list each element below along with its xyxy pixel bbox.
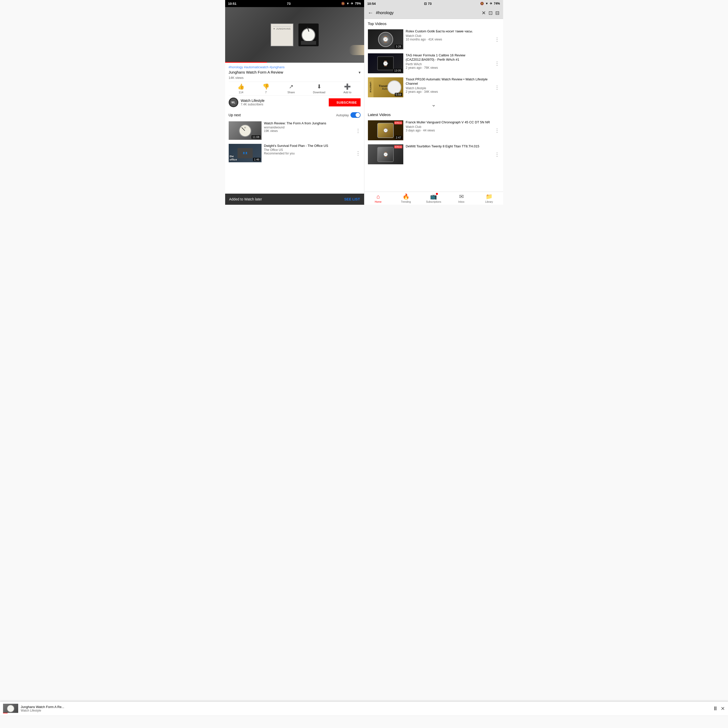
- library-label: Library: [485, 201, 493, 203]
- autoplay-toggle[interactable]: Autoplay: [336, 112, 361, 118]
- video-views-1: 19K views: [264, 129, 353, 133]
- back-button[interactable]: ←: [368, 9, 373, 16]
- chevron-down-icon[interactable]: ▾: [356, 70, 361, 75]
- list-item[interactable]: ⌚ 678.ru DeWitt Tourbillon Twenty 8 Eigh…: [364, 142, 503, 166]
- left-signal: 73: [287, 2, 291, 6]
- latest-videos-label: Latest Videos: [364, 110, 503, 118]
- more-icon-1[interactable]: ⋮: [356, 128, 361, 134]
- right-signal: 73: [428, 2, 431, 6]
- video-tags[interactable]: #horology #automaticwatch #junghans: [229, 65, 361, 69]
- right-duration-1: 3:28: [395, 45, 402, 48]
- subscribe-label: SUBSCRIBE: [336, 101, 357, 104]
- right-header: ← #horology ✕ ⊡ ⊟: [364, 7, 503, 19]
- autoplay-toggle-thumb: [356, 113, 360, 117]
- subscribe-button[interactable]: ▶ SUBSCRIBE: [329, 98, 361, 106]
- list-item[interactable]: ⌚ 13:05 TAG Heuer Formula 1 Calibre 16 R…: [364, 51, 503, 75]
- video-duration-1: 11:08: [251, 135, 260, 139]
- rolex-watch-icon: ⌚: [382, 36, 389, 43]
- left-status-bar: 10:51 73 🔕 ▼ ✈ 75%: [225, 0, 364, 7]
- more-icon-2[interactable]: ⋮: [356, 150, 361, 156]
- thumb-watch-face-1: 12: [239, 124, 251, 137]
- list-item[interactable]: 👤👤 theoffice 1:46 Dwight's Survival Food…: [225, 142, 364, 164]
- more-icon-r1[interactable]: ⋮: [494, 37, 500, 43]
- the-office-brand: theoffice: [230, 155, 237, 161]
- left-scroll-area[interactable]: #horology #automaticwatch #junghans Jung…: [225, 63, 364, 205]
- list-item[interactable]: LIFESTYLE Tissot PR100 Automatic 5:59 Ti…: [364, 75, 503, 100]
- settings-icon[interactable]: ⊟: [495, 10, 500, 16]
- notification-off-icon: 🔕: [341, 2, 345, 5]
- like-button[interactable]: 👍 114: [237, 83, 244, 94]
- nav-item-trending[interactable]: 🔥 Trending: [392, 192, 420, 205]
- list-item[interactable]: ⌚ 2:47 678.ru Franck Muller Vanguard Chr…: [364, 118, 503, 142]
- nav-item-library[interactable]: 📁 Library: [475, 192, 503, 205]
- tag-heuer-icon: ⌚: [382, 60, 388, 66]
- hashtag-query[interactable]: #horology: [376, 11, 479, 15]
- right-meta-sub-2: 2 years ago · 76K views: [406, 66, 492, 69]
- thumbs-down-icon: 👎: [263, 83, 269, 90]
- right-title-5: DeWitt Tourbillon Twenty 8 Eight Titan T…: [406, 144, 492, 149]
- right-channel-2: Perth WAch: [406, 63, 492, 66]
- add-to-label: Add to: [343, 91, 352, 94]
- right-meta-sub-3: 2 years ago · 34K views: [406, 90, 492, 93]
- video-player[interactable]: ✦ JUNGHANS: [225, 7, 364, 63]
- right-status-icons: 🔕 ▼ ✈ 74%: [480, 2, 500, 5]
- channel-name[interactable]: Watch Lifestyle: [241, 98, 326, 103]
- right-airplane-icon: ✈: [490, 2, 492, 5]
- share-icon: ↗: [289, 83, 294, 90]
- right-status-bar: 10:54 ⊡ 73 🔕 ▼ ✈ 74%: [364, 0, 503, 7]
- nav-item-home[interactable]: ⌂ Home: [364, 192, 392, 205]
- see-list-button[interactable]: SEE LIST: [344, 197, 360, 201]
- right-duration-4: 2:47: [395, 136, 402, 139]
- right-scroll-area[interactable]: Top Videos ⌚ 3:28 Rolex Custom Gotik Бас…: [364, 19, 503, 192]
- tissot-style-label: LIFESTYLE: [368, 77, 373, 97]
- more-icon-r4[interactable]: ⋮: [494, 127, 500, 133]
- like-count: 114: [239, 91, 243, 94]
- list-item[interactable]: ⌚ 3:28 Rolex Custom Gotik Баста носит та…: [364, 27, 503, 51]
- video-meta-2: Dwight's Survival Food Plan - The Office…: [264, 144, 353, 155]
- right-meta-5: DeWitt Tourbillon Twenty 8 Eight Titan T…: [406, 144, 492, 149]
- right-time: 10:54: [367, 2, 376, 6]
- list-item[interactable]: 12 11:08 Watch Review: The Form A from J…: [225, 119, 364, 142]
- more-icon-r2[interactable]: ⋮: [494, 60, 500, 66]
- right-title-3: Tissot PR100 Automatic Watch Review • Wa…: [406, 77, 492, 86]
- right-battery-icon: 74%: [494, 2, 500, 5]
- avatar-initial: WL: [231, 101, 236, 104]
- dewitt-watch-icon: ⌚: [377, 147, 394, 162]
- video-duration-2: 1:46: [253, 158, 260, 161]
- nav-item-subscriptions[interactable]: 📺 Subscriptions: [420, 192, 448, 205]
- more-icon-r3[interactable]: ⋮: [494, 84, 500, 90]
- video-channel-1: wornandwound: [264, 126, 353, 129]
- left-time: 10:51: [228, 2, 237, 6]
- office-scene: 👤👤: [237, 148, 253, 158]
- right-duration-2: 13:05: [393, 69, 402, 72]
- junghans-logo: ✦ JUNGHANS: [273, 28, 291, 30]
- expand-button[interactable]: ⌄: [364, 100, 503, 110]
- dislike-button[interactable]: 👎 7: [263, 83, 269, 94]
- right-flag-5: 678.ru: [394, 146, 402, 149]
- more-icon-r5[interactable]: ⋮: [494, 152, 500, 158]
- autoplay-label: Autoplay: [336, 113, 349, 117]
- hand-visual: [349, 45, 364, 55]
- frank-watch-icon: ⌚: [383, 128, 388, 133]
- snackbar: Added to Watch later SEE LIST: [225, 194, 364, 205]
- share-button[interactable]: ↗ Share: [287, 83, 295, 94]
- right-panel: 10:54 ⊡ 73 🔕 ▼ ✈ 74% ← #horology ✕ ⊡ ⊟ T…: [364, 0, 503, 205]
- bottom-spacer: [225, 164, 364, 179]
- right-title-2: TAG Heuer Formula 1 Calibre 16 Review (C…: [406, 53, 492, 62]
- right-thumb-wrap-3: LIFESTYLE Tissot PR100 Automatic 5:59: [368, 77, 403, 97]
- close-icon[interactable]: ✕: [482, 10, 486, 16]
- video-title-2: Dwight's Survival Food Plan - The Office…: [264, 144, 353, 148]
- autoplay-toggle-track[interactable]: [350, 112, 361, 118]
- youtube-icon: ▶: [332, 100, 335, 104]
- download-button[interactable]: ⬇ Download: [313, 83, 325, 94]
- download-label: Download: [313, 91, 325, 94]
- up-next-label: Up next: [229, 113, 241, 117]
- video-thumb-wrap-2: 👤👤 theoffice 1:46: [229, 144, 262, 162]
- thumbs-up-icon: 👍: [237, 83, 244, 90]
- cast-icon[interactable]: ⊡: [488, 10, 493, 16]
- right-meta-sub-1: 10 months ago · 41K views: [406, 38, 492, 41]
- watch-12-marker: 12: [244, 127, 246, 129]
- channel-avatar[interactable]: WL: [229, 98, 238, 107]
- nav-item-inbox[interactable]: ✉ Inbox: [448, 192, 475, 205]
- add-to-button[interactable]: ➕ Add to: [343, 83, 352, 94]
